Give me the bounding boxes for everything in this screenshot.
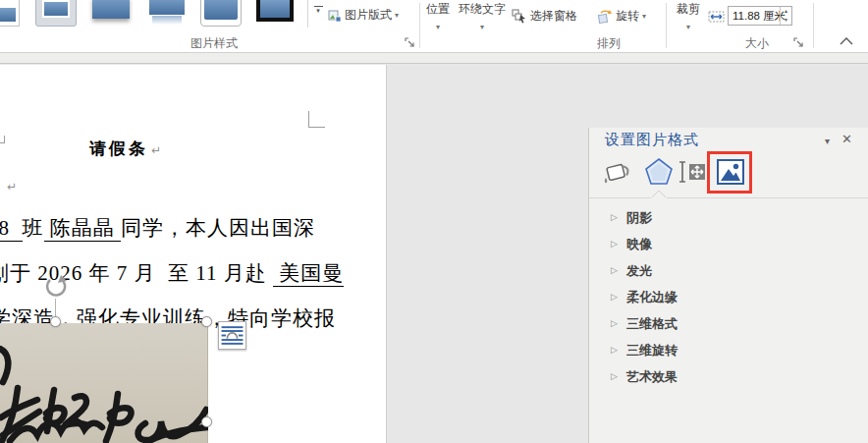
pane-close-icon[interactable]: ✕: [841, 132, 852, 146]
expand-triangle-icon[interactable]: ▷: [611, 345, 618, 355]
effects-section-item[interactable]: ▷艺术效果: [589, 365, 868, 392]
spinner-up-icon[interactable]: ▲: [781, 7, 791, 16]
arrange-group-label: 排列: [579, 35, 638, 52]
send-backward-button[interactable]: 下移一层: [512, 0, 573, 2]
picture-styles-dialog-launcher[interactable]: [405, 37, 415, 48]
content-top-strip: [0, 53, 868, 64]
tab-effects[interactable]: [644, 157, 674, 186]
picture-layout-button[interactable]: 图片版式 ▾: [328, 7, 399, 24]
layout-options-button[interactable]: [218, 321, 246, 350]
tab-layout-properties[interactable]: [678, 159, 707, 185]
selected-tab-notch: [650, 191, 668, 198]
effects-section-item[interactable]: ▷阴影: [589, 206, 868, 233]
width-icon: [708, 8, 725, 25]
picture-style-thumbnail[interactable]: [200, 0, 242, 27]
width-input[interactable]: 11.88 厘米 ▲ ▼: [728, 6, 792, 26]
chevron-down-icon: ▾: [457, 23, 508, 31]
picture-styles-gallery[interactable]: [0, 0, 306, 28]
plain-text: 班: [23, 216, 44, 240]
expand-triangle-icon[interactable]: ▷: [611, 371, 618, 381]
gallery-more-button[interactable]: ▾: [313, 6, 323, 14]
signature-image[interactable]: [0, 323, 208, 443]
effects-section-label: 发光: [626, 262, 652, 280]
effects-section-item[interactable]: ▷发光: [589, 259, 868, 286]
selection-handle-top-middle[interactable]: [50, 316, 61, 327]
chevron-down-icon: ▾: [670, 23, 707, 31]
doc-text-line: 8 班 陈晶晶 同学，本人因出国深: [0, 214, 315, 242]
position-button[interactable]: 位置 ▾: [421, 0, 455, 31]
format-picture-pane: 设置图片格式 ▾ ✕: [588, 128, 868, 443]
rotate-button[interactable]: 旋转 ▾: [597, 8, 646, 25]
effects-section-label: 三维旋转: [626, 342, 678, 360]
selection-pane-button[interactable]: 选择窗格: [512, 8, 577, 25]
rotate-handle-stem: [55, 299, 56, 317]
picture-style-thumbnail[interactable]: [35, 0, 77, 27]
expand-triangle-icon[interactable]: ▷: [611, 265, 618, 275]
chevron-down-icon: ▾: [421, 23, 455, 31]
size-group-label: 大小: [728, 35, 787, 52]
wrap-text-button[interactable]: 环绕文字 ▾: [457, 0, 508, 31]
chevron-down-icon: ▾: [395, 11, 399, 20]
crop-button[interactable]: 裁剪 ▾: [670, 0, 707, 31]
plain-text: 同学，本人因出国深: [121, 216, 315, 240]
plain-text: 划于 2026 年 7 月 至 11 月赴: [0, 261, 273, 285]
red-highlight-annotation: [707, 151, 752, 194]
gallery-scroll-column: ▾: [307, 0, 327, 28]
spinner-down-icon[interactable]: ▼: [781, 16, 791, 25]
paragraph-mark-icon: ↵: [7, 180, 17, 194]
rotate-icon: [597, 9, 613, 25]
pane-options-chevron-icon[interactable]: ▾: [825, 136, 830, 146]
group-button[interactable]: 组合: [597, 0, 635, 2]
rotate-handle-icon[interactable]: [42, 275, 69, 301]
expand-triangle-icon[interactable]: ▷: [611, 292, 618, 302]
picture-style-thumbnail[interactable]: [90, 0, 132, 27]
expand-triangle-icon[interactable]: ▷: [611, 212, 618, 222]
effects-section-label: 三维格式: [626, 315, 678, 333]
picture-style-thumbnail[interactable]: [0, 0, 20, 27]
chevron-down-icon: ▾: [642, 12, 646, 21]
picture-styles-group-label: 图片样式: [160, 35, 268, 52]
word-window: ▾ 图片效果 图片版式 ▾ 图片样式: [0, 0, 868, 443]
effects-section-item[interactable]: ▷三维格式: [589, 312, 868, 339]
effects-section-item[interactable]: ▷三维旋转: [589, 339, 868, 365]
underlined-text: 8: [0, 216, 23, 242]
doc-title: 请假条: [89, 138, 148, 160]
picture-effects-button[interactable]: 图片效果: [328, 0, 390, 2]
expand-triangle-icon[interactable]: ▷: [611, 239, 618, 249]
document-area: 请假条 ↵ ↵ 8 班 陈晶晶 同学，本人因出国深 划于 2026 年 7 月 …: [0, 64, 868, 443]
arrange-left-stack: 下移一层 选择窗格: [512, 0, 592, 28]
effects-section-label: 柔化边缘: [626, 289, 678, 306]
tab-fill-line[interactable]: [602, 158, 632, 186]
picture-style-buttons-stack: 图片效果 图片版式 ▾: [328, 0, 420, 28]
size-dialog-launcher[interactable]: [793, 37, 804, 48]
underlined-text: 陈晶晶: [44, 216, 122, 242]
effects-section-label: 映像: [626, 236, 652, 253]
margin-mark: [0, 142, 5, 143]
picture-layout-icon: [328, 9, 342, 23]
ribbon: ▾ 图片效果 图片版式 ▾ 图片样式: [0, 0, 868, 53]
paragraph-mark-icon: ↵: [151, 143, 161, 157]
margin-mark: [308, 127, 325, 128]
layout-options-icon: [219, 322, 245, 349]
width-spinner[interactable]: ▲ ▼: [780, 7, 791, 25]
margin-mark: [308, 111, 309, 127]
collapse-ribbon-chevron-icon[interactable]: [837, 34, 856, 48]
picture-style-thumbnail[interactable]: [254, 0, 296, 27]
effects-section-label: 阴影: [626, 209, 652, 227]
document-page[interactable]: 请假条 ↵ ↵ 8 班 陈晶晶 同学，本人因出国深 划于 2026 年 7 月 …: [0, 65, 387, 443]
picture-style-thumbnail[interactable]: [146, 0, 188, 27]
signature-strokes: [0, 323, 208, 443]
expand-triangle-icon[interactable]: ▷: [611, 318, 618, 328]
selection-handle-right-middle[interactable]: [201, 416, 212, 427]
arrange-right-stack: 组合 旋转 ▾: [597, 0, 662, 28]
effects-section-item[interactable]: ▷柔化边缘: [589, 286, 868, 312]
pane-title: 设置图片格式: [605, 131, 699, 149]
effects-section-item[interactable]: ▷映像: [589, 233, 868, 259]
selection-handle-top-right[interactable]: [201, 316, 212, 327]
effects-section-label: 艺术效果: [626, 368, 678, 386]
selection-pane-icon: [512, 9, 527, 25]
underlined-text: 美国曼: [273, 261, 344, 287]
